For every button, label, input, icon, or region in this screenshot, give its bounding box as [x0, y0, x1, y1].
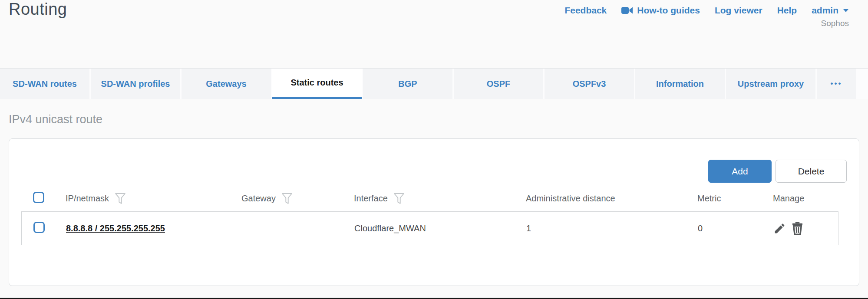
caret-down-icon: [843, 9, 849, 13]
tab-upstream-proxy[interactable]: Upstream proxy: [726, 69, 815, 99]
add-button[interactable]: Add: [708, 160, 772, 183]
tab-static-routes[interactable]: Static routes: [272, 69, 362, 99]
funnel-icon[interactable]: [282, 193, 292, 204]
tab-ospf[interactable]: OSPF: [454, 69, 543, 99]
utility-nav: Feedback How-to guides Log viewer Help a…: [564, 5, 849, 28]
page-title: Routing: [9, 0, 67, 19]
log-viewer-link[interactable]: Log viewer: [715, 5, 762, 16]
row-admin-distance-cell: 1: [526, 223, 698, 233]
tab-gateways[interactable]: Gateways: [182, 69, 271, 99]
tab-bgp[interactable]: BGP: [363, 69, 452, 99]
column-header-admin-distance: Administrative distance: [526, 194, 615, 204]
row-checkbox[interactable]: [33, 222, 45, 233]
table-header-row: IP/netmask Gateway Interface Administrat…: [21, 189, 838, 208]
delete-button[interactable]: Delete: [776, 160, 847, 183]
org-label: Sophos: [564, 19, 849, 28]
column-header-gateway: Gateway: [241, 194, 276, 204]
tab-bar: SD-WAN routes SD-WAN profiles Gateways S…: [0, 68, 868, 99]
select-all-checkbox[interactable]: [33, 192, 44, 203]
log-viewer-label: Log viewer: [715, 5, 762, 16]
admin-menu[interactable]: admin: [812, 5, 849, 16]
more-tabs-button[interactable]: •••: [817, 69, 856, 99]
main-content: IPv4 unicast route Add Delete IP/netmask…: [0, 113, 868, 286]
funnel-icon[interactable]: [394, 193, 404, 204]
tab-sdwan-routes[interactable]: SD-WAN routes: [0, 69, 89, 99]
help-link[interactable]: Help: [777, 5, 797, 16]
routes-card: Add Delete IP/netmask Gateway Interface …: [9, 138, 859, 286]
table-actions: Add Delete: [21, 160, 847, 183]
column-header-manage: Manage: [773, 194, 804, 204]
ellipsis-icon: •••: [831, 79, 842, 88]
row-metric-cell: 0: [698, 223, 773, 233]
feedback-link[interactable]: Feedback: [564, 5, 607, 16]
pencil-icon[interactable]: [773, 222, 786, 235]
section-heading: IPv4 unicast route: [9, 113, 859, 126]
column-header-ip-netmask: IP/netmask: [66, 194, 109, 204]
top-bar: Routing Feedback How-to guides Log viewe…: [0, 0, 868, 68]
column-header-interface: Interface: [354, 194, 388, 204]
funnel-icon[interactable]: [115, 193, 125, 204]
tab-sdwan-profiles[interactable]: SD-WAN profiles: [91, 69, 180, 99]
tab-ospfv3[interactable]: OSPFv3: [545, 69, 634, 99]
table-row: 8.8.8.8 / 255.255.255.255 Cloudflare_MWA…: [21, 211, 838, 245]
route-ip-netmask-link[interactable]: 8.8.8.8 / 255.255.255.255: [66, 223, 165, 233]
trash-icon[interactable]: [792, 222, 803, 235]
admin-menu-label: admin: [812, 5, 838, 16]
column-header-metric: Metric: [697, 194, 721, 204]
tab-information[interactable]: Information: [635, 69, 725, 99]
help-label: Help: [777, 5, 797, 16]
row-interface-cell: Cloudflare_MWAN: [354, 223, 526, 233]
feedback-link-label: Feedback: [564, 5, 607, 16]
video-camera-icon: [621, 7, 633, 14]
howto-guides-link[interactable]: How-to guides: [621, 5, 700, 16]
howto-guides-label: How-to guides: [637, 5, 700, 16]
